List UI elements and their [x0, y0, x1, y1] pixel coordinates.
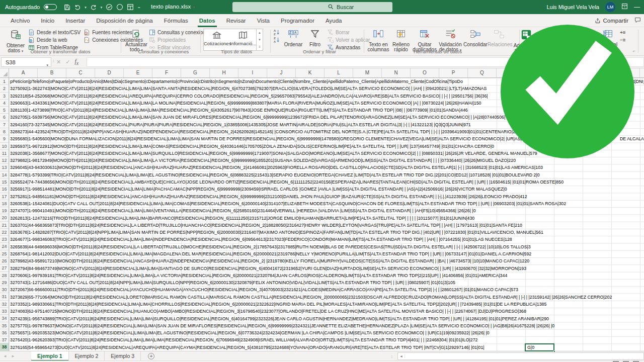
tab-revisar[interactable]: Revisar [221, 14, 252, 27]
consultas-conexiones-button[interactable]: Consultas y conexiones [149, 29, 211, 36]
texto-en-columnas-button[interactable]: Texto en columnas [367, 28, 390, 53]
tab-vista[interactable]: Vista [252, 14, 275, 27]
row-header-31[interactable]: 31 [0, 293, 9, 300]
sheet-tab-2[interactable]: Ejemplo 2 [69, 351, 105, 361]
column-header-E[interactable]: E [124, 68, 152, 77]
row-header-24[interactable]: 24 [0, 243, 9, 250]
row-header-8[interactable]: 8 [0, 128, 9, 135]
row-header-14[interactable]: 14 [0, 171, 9, 178]
fill-handle[interactable] [553, 350, 555, 352]
row-header-30[interactable]: 30 [0, 286, 9, 293]
row-header-1[interactable]: 1 [0, 78, 9, 85]
row-header-37[interactable]: 37 [0, 336, 9, 343]
row-header-38[interactable]: 38 [0, 343, 9, 350]
column-header-I[interactable]: I [238, 68, 267, 77]
column-header-B[interactable]: B [38, 68, 66, 77]
search-input[interactable]: Buscar [232, 2, 392, 12]
column-header-W[interactable]: W [640, 68, 644, 77]
row-header-2[interactable]: 2 [0, 85, 9, 92]
row-header-21[interactable]: 21 [0, 222, 9, 229]
column-header-K[interactable]: K [296, 68, 325, 77]
column-header-G[interactable]: G [181, 68, 210, 77]
select-all-corner[interactable] [0, 68, 9, 78]
row-header-15[interactable]: 15 [0, 178, 9, 186]
row-header-27[interactable]: 27 [0, 264, 9, 272]
share-button[interactable]: Compartir [595, 18, 628, 24]
row-header-33[interactable]: 33 [0, 308, 9, 315]
row-header-19[interactable]: 19 [0, 207, 9, 214]
avatar[interactable]: LM [605, 2, 615, 12]
tab-programador[interactable]: Programador [275, 14, 320, 27]
check-circle-icon[interactable] [106, 4, 113, 11]
row-header-29[interactable]: 29 [0, 279, 9, 286]
row-header-16[interactable]: 16 [0, 186, 9, 193]
user-name[interactable]: Luis Miguel Vela Vela [546, 4, 599, 10]
row-header-5[interactable]: 5 [0, 107, 9, 114]
row-header-25[interactable]: 25 [0, 250, 9, 257]
qat-customize-icon[interactable]: ≂ [137, 6, 140, 9]
row-header-22[interactable]: 22 [0, 229, 9, 236]
row-header-23[interactable]: 23 [0, 236, 9, 243]
row-header-10[interactable]: 10 [0, 143, 9, 150]
column-header-H[interactable]: H [210, 68, 238, 77]
sort-desc-button[interactable]: ZA [273, 36, 282, 43]
gallery-scroll[interactable]: ▲▼≡ [256, 29, 263, 50]
row-header-7[interactable]: 7 [0, 121, 9, 128]
insert-function-icon[interactable]: fx [74, 58, 78, 66]
add-sheet-button[interactable]: + [148, 353, 154, 359]
window-grid-icon[interactable] [127, 4, 134, 11]
autosave-toggle[interactable] [44, 4, 57, 10]
selected-cell-outline[interactable] [525, 343, 554, 351]
undo-dropdown-icon[interactable]: ▾ [85, 6, 87, 9]
comments-icon[interactable] [634, 16, 641, 25]
filtro-button[interactable]: Filtro [305, 28, 325, 47]
column-header-F[interactable]: F [152, 68, 181, 77]
redo-button[interactable] [90, 4, 97, 11]
column-header-A[interactable]: A [9, 68, 38, 77]
column-header-J[interactable]: J [267, 68, 296, 77]
minimize-button[interactable]: — [634, 4, 640, 11]
row-header-13[interactable]: 13 [0, 164, 9, 171]
row-header-18[interactable]: 18 [0, 200, 9, 207]
row-header-26[interactable]: 26 [0, 257, 9, 264]
column-header-L[interactable]: L [325, 68, 353, 77]
column-header-P[interactable]: P [439, 68, 468, 77]
horizontal-scrollbar[interactable]: ◄ [397, 352, 644, 360]
name-box[interactable]: S38▾ [1, 57, 51, 67]
tabbar-splitter[interactable]: ⁞ [391, 354, 392, 359]
row-header-6[interactable]: 6 [0, 114, 9, 121]
row-header-4[interactable]: 4 [0, 100, 9, 107]
cotizaciones-button[interactable]: Cotizaciones [204, 29, 230, 50]
desde-texto-csv-button[interactable]: Desde el texto/CSV [28, 29, 80, 36]
row-header-34[interactable]: 34 [0, 315, 9, 322]
column-header-Q[interactable]: Q [468, 68, 497, 77]
row-header-28[interactable]: 28 [0, 272, 9, 279]
tab-archivo[interactable]: Archivo [5, 14, 35, 27]
redo-dropdown-icon[interactable]: ▾ [101, 6, 103, 9]
row-header-20[interactable]: 20 [0, 214, 9, 221]
sheet-tab-1[interactable]: Ejemplo 1 [31, 351, 69, 361]
tab-insertar[interactable]: Insertar [60, 14, 91, 27]
row-header-35[interactable]: 35 [0, 322, 9, 329]
row-header-3[interactable]: 3 [0, 93, 9, 100]
column-header-C[interactable]: C [66, 68, 95, 77]
tab-datos[interactable]: Datos [194, 14, 221, 27]
sheet-nav-right-icon[interactable]: ► [11, 354, 15, 358]
row-header-11[interactable]: 11 [0, 150, 9, 157]
scroll-left-icon[interactable]: ◄ [398, 354, 405, 358]
sheet-nav-left-icon[interactable]: ◄ [3, 354, 7, 358]
column-header-N[interactable]: N [382, 68, 411, 77]
row-header-36[interactable]: 36 [0, 329, 9, 336]
informacion-geografica-button[interactable]: Informació... [230, 29, 256, 50]
sheet-tab-3[interactable]: Ejemplo 3 [105, 351, 141, 361]
row-header-9[interactable]: 9 [0, 135, 9, 142]
save-icon[interactable] [64, 4, 70, 11]
tab-inicio[interactable]: Inicio [35, 14, 60, 27]
tab-formulas[interactable]: Fórmulas [158, 14, 194, 27]
ribbon-display-options-icon[interactable] [621, 3, 628, 11]
namebox-splitter[interactable]: ⁞ [53, 59, 54, 63]
column-header-D[interactable]: D [95, 68, 124, 77]
ordenar-button[interactable]: ZA Ordenar [282, 28, 305, 47]
circle-icon[interactable] [116, 4, 123, 11]
consolidar-button[interactable]: Consolidar [463, 28, 488, 47]
